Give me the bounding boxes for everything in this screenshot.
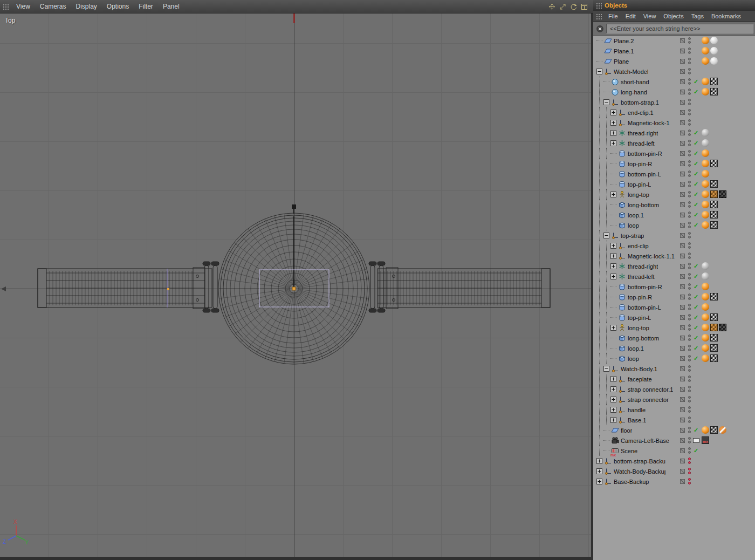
null-object-icon[interactable] xyxy=(603,67,612,76)
layer-box[interactable] xyxy=(680,305,685,310)
layer-box[interactable] xyxy=(680,202,685,207)
null-object-icon[interactable] xyxy=(617,108,626,117)
enabled-check-icon[interactable]: ✓ xyxy=(694,272,698,280)
layer-box[interactable] xyxy=(680,315,685,320)
camera-object-icon[interactable] xyxy=(610,436,619,445)
null-object-icon[interactable] xyxy=(603,457,612,466)
object-row-thread-right[interactable]: thread-right✓ xyxy=(593,261,755,271)
phong-tag-icon[interactable] xyxy=(702,354,709,362)
object-row-bottom-pin-r[interactable]: bottom-pin-R✓ xyxy=(593,282,755,292)
noentry-tag-icon[interactable] xyxy=(719,426,726,434)
enabled-check-icon[interactable]: ✓ xyxy=(694,221,698,229)
visibility-dots[interactable] xyxy=(688,427,691,433)
object-row-plane[interactable]: Plane xyxy=(593,56,755,66)
object-row-watch-body-backup[interactable]: Watch-Body-Backup xyxy=(593,466,755,476)
darktex-tag-icon[interactable] xyxy=(719,324,726,331)
phong-tag-icon[interactable] xyxy=(702,426,709,434)
expand-icon[interactable] xyxy=(596,468,602,474)
uvw-tag-icon[interactable] xyxy=(710,313,718,321)
visibility-dots[interactable] xyxy=(688,406,691,413)
uvw-tag-icon[interactable] xyxy=(710,221,718,229)
layer-box[interactable] xyxy=(680,459,685,463)
clear-search-icon[interactable] xyxy=(596,25,604,33)
enabled-check-icon[interactable]: ✓ xyxy=(694,170,698,177)
toggle-view-icon[interactable] xyxy=(581,3,588,10)
visibility-dots[interactable] xyxy=(688,109,691,115)
star-object-icon[interactable] xyxy=(617,262,626,271)
collapse-icon[interactable] xyxy=(596,69,602,74)
collapse-icon[interactable] xyxy=(603,99,609,105)
enabled-check-icon[interactable]: ✓ xyxy=(694,426,698,434)
phong-tag-icon[interactable] xyxy=(702,57,709,65)
object-row-bottom-strap-1[interactable]: bottom-strap.1 xyxy=(593,97,755,107)
menu-item-tags[interactable]: Tags xyxy=(688,11,708,22)
zoom-view-icon[interactable] xyxy=(559,3,566,10)
phong-tag-icon[interactable] xyxy=(702,190,709,198)
orangecheck-tag-icon[interactable] xyxy=(710,190,718,198)
null-object-icon[interactable] xyxy=(617,242,626,250)
visibility-dots[interactable] xyxy=(688,170,691,177)
expand-icon[interactable] xyxy=(610,407,616,413)
visibility-dots[interactable] xyxy=(688,263,691,269)
enabled-check-icon[interactable]: ✓ xyxy=(694,190,698,198)
layer-box[interactable] xyxy=(680,336,685,340)
visibility-dots[interactable] xyxy=(688,293,691,300)
visibility-dots[interactable] xyxy=(688,37,691,44)
enabled-check-icon[interactable]: ✓ xyxy=(694,293,698,301)
visibility-dots[interactable] xyxy=(688,58,691,64)
plane-object-icon[interactable] xyxy=(610,426,619,435)
cylinder-object-icon[interactable] xyxy=(617,160,626,168)
visibility-dots[interactable] xyxy=(688,47,691,54)
expand-icon[interactable] xyxy=(610,253,616,259)
phong-tag-icon[interactable] xyxy=(702,313,709,321)
layer-box[interactable] xyxy=(680,182,685,187)
uvw-tag-icon[interactable] xyxy=(710,160,718,167)
null-object-icon[interactable] xyxy=(617,385,626,394)
layer-box[interactable] xyxy=(680,479,685,484)
phong-tag-icon[interactable] xyxy=(702,180,709,188)
menu-item-objects[interactable]: Objects xyxy=(660,11,687,22)
visibility-dots[interactable] xyxy=(688,365,691,372)
visibility-dots[interactable] xyxy=(688,396,691,402)
star-object-icon[interactable] xyxy=(617,129,626,138)
enabled-check-icon[interactable]: ✓ xyxy=(694,447,698,454)
uvw-tag-icon[interactable] xyxy=(710,293,718,301)
layer-box[interactable] xyxy=(680,233,685,238)
visibility-dots[interactable] xyxy=(688,273,691,279)
layer-box[interactable] xyxy=(680,366,685,371)
phong-tag-icon[interactable] xyxy=(702,160,709,167)
enabled-check-icon[interactable]: ✓ xyxy=(694,324,698,331)
cube-object-icon[interactable] xyxy=(617,211,626,220)
expand-icon[interactable] xyxy=(610,263,616,269)
uvw-tag-icon[interactable] xyxy=(710,354,718,362)
uvw-tag-icon[interactable] xyxy=(710,180,718,188)
object-row-end-clip-1[interactable]: end-clip.1 xyxy=(593,107,755,118)
phong-tag-icon[interactable] xyxy=(702,149,709,157)
visibility-dots[interactable] xyxy=(688,283,691,290)
object-row-camera-left-base[interactable]: Camera-Left-Basemx xyxy=(593,435,755,446)
object-row-loop[interactable]: loop✓ xyxy=(593,353,755,364)
layer-box[interactable] xyxy=(680,110,685,115)
object-row-thread-left[interactable]: thread-left✓ xyxy=(593,138,755,148)
object-row-top-pin-l[interactable]: top-pin-L✓ xyxy=(593,179,755,189)
enabled-check-icon[interactable]: ✓ xyxy=(694,160,698,167)
cylinder-object-icon[interactable] xyxy=(617,283,626,291)
null-object-icon[interactable] xyxy=(603,467,612,476)
object-row-handle[interactable]: handle xyxy=(593,405,755,415)
visibility-dots[interactable] xyxy=(688,478,691,484)
visibility-dots[interactable] xyxy=(688,68,691,74)
sphere-object-icon[interactable] xyxy=(610,78,619,86)
null-object-icon[interactable] xyxy=(617,395,626,404)
object-row-loop[interactable]: loop✓ xyxy=(593,220,755,230)
object-row-bottom-pin-r[interactable]: bottom-pin-R✓ xyxy=(593,148,755,159)
null-object-icon[interactable] xyxy=(617,252,626,261)
phong-tag-icon[interactable] xyxy=(702,324,709,331)
layer-box[interactable] xyxy=(680,377,685,381)
layer-box[interactable] xyxy=(680,161,685,166)
expand-icon[interactable] xyxy=(610,130,616,136)
visibility-dots[interactable] xyxy=(688,78,691,85)
visibility-dots[interactable] xyxy=(688,314,691,320)
object-row-watch-body-1[interactable]: Watch-Body.1 xyxy=(593,364,755,374)
visibility-dots[interactable] xyxy=(688,468,691,474)
object-row-strap-connector-1[interactable]: strap connector.1 xyxy=(593,384,755,394)
